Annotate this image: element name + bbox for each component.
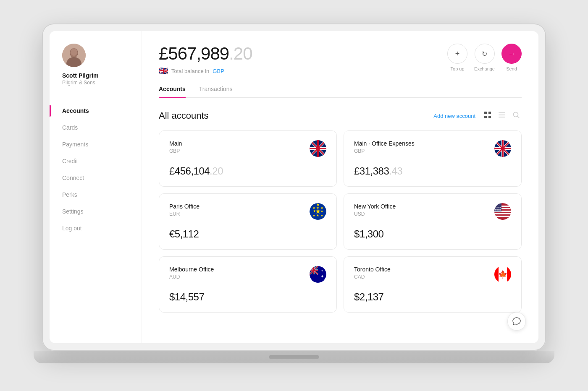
user-name: Scott Pilgrim [62, 72, 98, 79]
account-card-office[interactable]: Main · Office Expenses GBP [344, 130, 522, 187]
account-name-paris: Paris Office [169, 203, 200, 210]
account-info-melbourne: Melbourne Office AUD [169, 266, 214, 280]
account-card-main[interactable]: Main GBP [159, 130, 337, 187]
account-card-newyork[interactable]: New York Office USD [344, 193, 522, 250]
account-info-main: Main GBP [169, 140, 182, 154]
chat-button[interactable] [507, 312, 526, 331]
send-icon: → [508, 50, 515, 58]
section-controls: Add new account [433, 109, 522, 122]
send-label: Send [506, 66, 517, 71]
account-balance-newyork: $1,300 [354, 228, 511, 240]
laptop-base [34, 351, 554, 363]
grid-view-icon[interactable] [482, 109, 493, 122]
account-currency-newyork: USD [354, 211, 396, 217]
svg-point-4 [71, 48, 77, 56]
flag-toronto: 🍁 [494, 266, 511, 283]
header: £567,989.20 🇬🇧 Total balance in GBP [159, 44, 522, 76]
account-currency-melbourne: AUD [169, 274, 214, 280]
svg-rect-5 [484, 112, 487, 114]
svg-text:★: ★ [320, 209, 323, 213]
add-new-account-button[interactable]: Add new account [433, 113, 475, 119]
balance-amount: £567,989.20 [159, 44, 252, 64]
exchange-button[interactable]: ↻ Exchange [474, 44, 495, 71]
action-buttons: + Top up ↻ Exchange → [447, 44, 522, 71]
account-balance-paris: €5,112 [169, 228, 326, 240]
currency-flag: 🇬🇧 [159, 66, 168, 76]
search-icon[interactable] [511, 109, 522, 122]
send-icon-circle[interactable]: → [501, 44, 522, 64]
svg-rect-9 [499, 112, 505, 113]
section-title: All accounts [159, 110, 209, 121]
exchange-icon: ↻ [482, 50, 487, 58]
account-currency-office: GBP [354, 148, 415, 154]
nav-menu: Accounts Cards Payments Credit Connect P… [62, 102, 142, 237]
flag-newyork: ★★★ ★★★ [494, 203, 511, 220]
topup-label: Top up [451, 66, 465, 71]
account-card-toronto[interactable]: Toronto Office CAD 🍁 [344, 256, 522, 313]
svg-text:🍁: 🍁 [498, 270, 508, 279]
account-card-header-main: Main GBP [169, 140, 326, 157]
svg-rect-7 [484, 116, 487, 118]
main-content: £567,989.20 🇬🇧 Total balance in GBP [142, 31, 538, 343]
exchange-label: Exchange [474, 66, 495, 71]
sidebar-item-cards[interactable]: Cards [62, 119, 142, 136]
svg-text:✦: ✦ [321, 269, 323, 272]
laptop-body: Scott Pilgrim Pilgrim & Sons Accounts Ca… [42, 23, 546, 351]
view-toggle [482, 109, 522, 122]
account-currency-toronto: CAD [354, 274, 391, 280]
tab-transactions[interactable]: Transactions [199, 86, 233, 97]
tab-accounts[interactable]: Accounts [159, 86, 186, 97]
flag-melbourne: ✦ ✦ [310, 266, 326, 283]
account-name-newyork: New York Office [354, 203, 396, 210]
sidebar-item-accounts[interactable]: Accounts [62, 102, 142, 119]
svg-rect-6 [488, 112, 491, 114]
sidebar-item-logout[interactable]: Log out [62, 220, 142, 237]
svg-rect-46 [494, 216, 511, 217]
user-company: Pilgrim & Sons [62, 80, 95, 86]
sidebar-item-credit[interactable]: Credit [62, 153, 142, 169]
exchange-icon-circle[interactable]: ↻ [475, 44, 495, 64]
account-name-office: Main · Office Expenses [354, 140, 415, 147]
account-balance-toronto: $2,137 [354, 291, 511, 303]
topup-button[interactable]: + Top up [447, 44, 467, 71]
svg-text:★ ★ ★: ★ ★ ★ [312, 214, 323, 217]
avatar [62, 44, 86, 67]
sidebar-item-perks[interactable]: Perks [62, 186, 142, 203]
sidebar: Scott Pilgrim Pilgrim & Sons Accounts Ca… [50, 31, 142, 343]
svg-rect-8 [488, 116, 491, 118]
screen: Scott Pilgrim Pilgrim & Sons Accounts Ca… [50, 31, 538, 343]
account-card-paris[interactable]: Paris Office EUR ★ [159, 193, 337, 250]
account-info-toronto: Toronto Office CAD [354, 266, 391, 280]
account-card-header-paris: Paris Office EUR ★ [169, 203, 326, 220]
svg-rect-10 [499, 115, 505, 115]
flag-office [494, 140, 511, 157]
flag-main [310, 140, 326, 157]
sidebar-item-settings[interactable]: Settings [62, 203, 142, 220]
svg-text:✦: ✦ [320, 274, 324, 279]
svg-rect-11 [499, 117, 505, 117]
topup-icon-circle[interactable]: + [447, 44, 467, 64]
account-card-melbourne[interactable]: Melbourne Office AUD [159, 256, 337, 313]
account-info-paris: Paris Office EUR [169, 203, 200, 217]
send-button[interactable]: → Send [501, 44, 522, 71]
account-card-header-office: Main · Office Expenses GBP [354, 140, 511, 157]
sidebar-item-payments[interactable]: Payments [62, 136, 142, 153]
currency-link[interactable]: GBP [213, 68, 224, 74]
account-balance-office: £31,383.43 [354, 165, 511, 177]
tabs: Accounts Transactions [159, 86, 522, 98]
balance-section: £567,989.20 🇬🇧 Total balance in GBP [159, 44, 252, 76]
list-view-icon[interactable] [496, 109, 507, 122]
balance-label: Total balance in [171, 68, 209, 74]
account-card-header-newyork: New York Office USD [354, 203, 511, 220]
laptop-base-notch [269, 355, 319, 359]
svg-text:★: ★ [313, 209, 316, 213]
section-header: All accounts Add new account [159, 109, 522, 122]
account-info-office: Main · Office Expenses GBP [354, 140, 415, 154]
account-info-newyork: New York Office USD [354, 203, 396, 217]
plus-icon: + [455, 50, 460, 58]
user-profile: Scott Pilgrim Pilgrim & Sons [62, 44, 142, 86]
account-balance-main: £456,104.20 [169, 165, 326, 177]
sidebar-item-connect[interactable]: Connect [62, 169, 142, 186]
account-currency-paris: EUR [169, 211, 200, 217]
account-name-toronto: Toronto Office [354, 266, 391, 273]
